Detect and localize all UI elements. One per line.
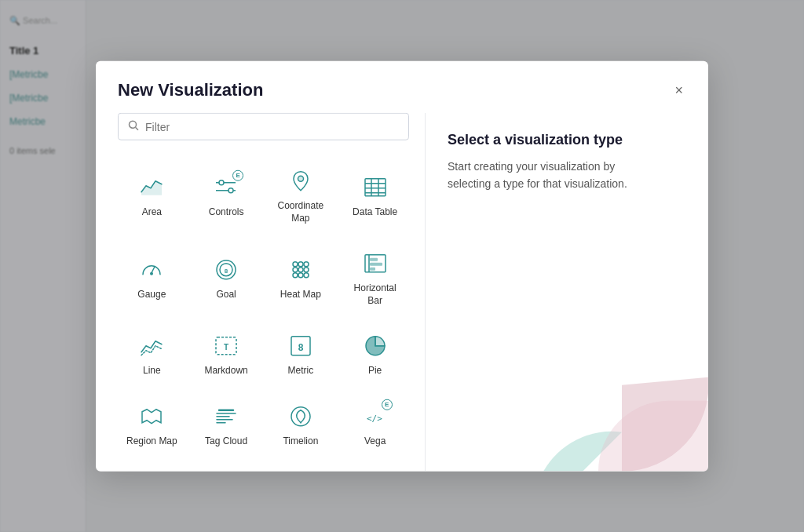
viz-type-markdown[interactable]: T Markdown bbox=[192, 321, 261, 385]
markdown-icon: T bbox=[212, 332, 240, 360]
viz-type-area[interactable]: Area bbox=[118, 156, 186, 232]
viz-type-heat-map-label: Heat Map bbox=[280, 289, 321, 301]
viz-type-markdown-label: Markdown bbox=[204, 365, 247, 377]
search-icon bbox=[128, 120, 139, 133]
svg-text:</>: </> bbox=[367, 414, 382, 424]
svg-point-6 bbox=[228, 188, 233, 193]
svg-point-21 bbox=[298, 262, 303, 267]
svg-rect-32 bbox=[370, 263, 382, 266]
svg-text:8: 8 bbox=[298, 342, 304, 353]
close-button[interactable]: × bbox=[671, 80, 686, 100]
experimental-badge: E bbox=[232, 170, 243, 181]
viz-type-line-label: Line bbox=[143, 365, 161, 377]
right-panel-description: Start creating your visualization by sel… bbox=[448, 158, 652, 193]
filter-search-bar[interactable] bbox=[118, 113, 409, 140]
region-map-icon bbox=[137, 403, 166, 431]
svg-point-22 bbox=[304, 262, 309, 267]
viz-type-goal[interactable]: 8 Goal bbox=[192, 239, 261, 315]
viz-type-horizontal-bar[interactable]: Horizontal Bar bbox=[341, 239, 409, 315]
coordinate-map-icon bbox=[287, 167, 315, 195]
viz-type-tag-cloud[interactable]: Tag Cloud bbox=[192, 392, 261, 456]
svg-point-23 bbox=[293, 268, 298, 272]
viz-type-coordinate-map[interactable]: Coordinate Map bbox=[267, 156, 335, 232]
svg-point-0 bbox=[130, 121, 137, 128]
svg-point-9 bbox=[298, 176, 303, 181]
svg-point-27 bbox=[298, 273, 303, 278]
svg-marker-2 bbox=[141, 181, 162, 195]
modal-body: Area E Contr bbox=[96, 113, 708, 472]
vega-icon: E </> bbox=[361, 403, 389, 431]
viz-type-controls[interactable]: E Controls bbox=[192, 156, 261, 232]
viz-type-line[interactable]: Line bbox=[118, 321, 186, 385]
viz-type-metric[interactable]: 8 Metric bbox=[267, 321, 335, 385]
svg-point-20 bbox=[293, 262, 298, 267]
left-panel: Area E Contr bbox=[96, 113, 426, 472]
svg-point-25 bbox=[304, 268, 309, 272]
svg-text:T: T bbox=[224, 343, 228, 352]
svg-rect-33 bbox=[370, 268, 375, 271]
viz-type-region-map-label: Region Map bbox=[126, 435, 177, 448]
controls-icon: E bbox=[212, 173, 240, 202]
modal-title: New Visualization bbox=[118, 80, 263, 100]
svg-rect-31 bbox=[370, 258, 378, 261]
gauge-icon bbox=[137, 256, 166, 284]
area-icon bbox=[137, 173, 166, 202]
new-visualization-modal: New Visualization × bbox=[96, 61, 708, 472]
svg-point-28 bbox=[304, 273, 309, 278]
viz-type-gauge[interactable]: Gauge bbox=[118, 239, 186, 315]
metric-icon: 8 bbox=[287, 332, 315, 360]
viz-type-goal-label: Goal bbox=[216, 289, 236, 301]
heat-map-icon bbox=[287, 256, 315, 284]
svg-point-3 bbox=[219, 180, 224, 185]
data-table-icon bbox=[361, 173, 389, 202]
viz-type-vega-label: Vega bbox=[364, 435, 386, 448]
tag-cloud-icon bbox=[212, 403, 240, 431]
viz-type-vega[interactable]: E </> Vega bbox=[341, 392, 409, 456]
viz-type-metric-label: Metric bbox=[288, 365, 314, 377]
line-icon bbox=[137, 332, 166, 360]
horizontal-bar-icon bbox=[361, 250, 389, 278]
svg-line-1 bbox=[136, 127, 139, 130]
goal-icon: 8 bbox=[212, 256, 240, 284]
right-panel: Select a visualization type Start creati… bbox=[426, 113, 708, 472]
visualization-type-grid: Area E Contr bbox=[118, 156, 409, 456]
viz-type-pie-label: Pie bbox=[368, 365, 382, 377]
svg-point-26 bbox=[293, 273, 298, 278]
experimental-badge-vega: E bbox=[382, 399, 393, 410]
timelion-icon bbox=[287, 403, 315, 431]
filter-input[interactable] bbox=[145, 120, 399, 133]
decorative-shapes bbox=[535, 298, 708, 471]
pie-icon bbox=[361, 332, 389, 360]
viz-type-data-table[interactable]: Data Table bbox=[341, 156, 409, 232]
right-panel-title: Select a visualization type bbox=[448, 132, 686, 148]
svg-point-16 bbox=[150, 272, 153, 275]
viz-type-timelion[interactable]: Timelion bbox=[267, 392, 335, 456]
viz-type-region-map[interactable]: Region Map bbox=[118, 392, 186, 456]
viz-type-timelion-label: Timelion bbox=[283, 435, 318, 448]
viz-type-heat-map[interactable]: Heat Map bbox=[267, 239, 335, 315]
viz-type-data-table-label: Data Table bbox=[353, 206, 397, 219]
viz-type-coordinate-map-label: Coordinate Map bbox=[273, 200, 329, 224]
viz-type-horizontal-bar-label: Horizontal Bar bbox=[347, 282, 403, 307]
viz-type-area-label: Area bbox=[142, 206, 162, 219]
viz-type-controls-label: Controls bbox=[209, 206, 244, 219]
viz-type-gauge-label: Gauge bbox=[137, 289, 166, 301]
viz-type-tag-cloud-label: Tag Cloud bbox=[205, 435, 247, 448]
svg-point-24 bbox=[298, 268, 303, 272]
svg-text:8: 8 bbox=[225, 268, 228, 275]
modal-header: New Visualization × bbox=[96, 61, 708, 113]
viz-type-pie[interactable]: Pie bbox=[341, 321, 409, 385]
